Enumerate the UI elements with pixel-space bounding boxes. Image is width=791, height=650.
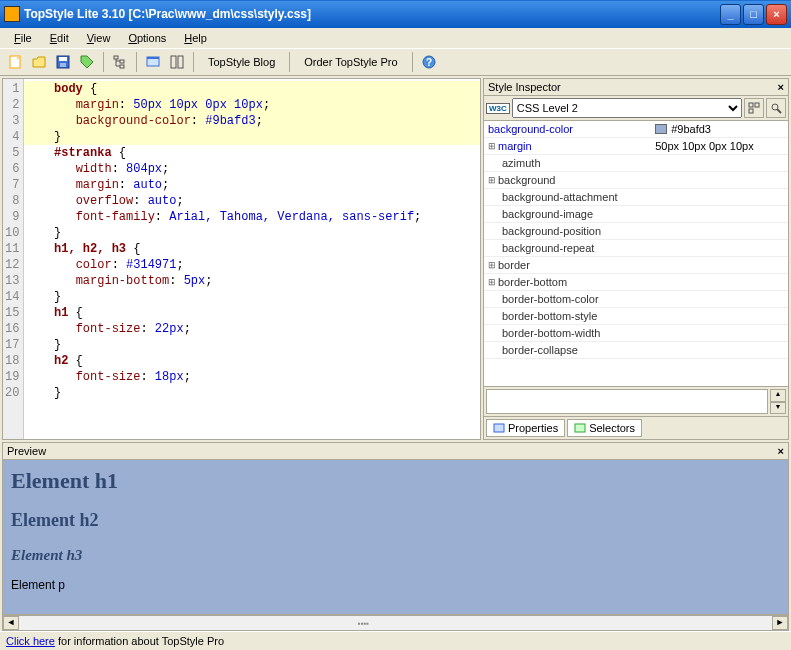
property-grid[interactable]: background-color#9bafd3margin50px 10px 0…: [483, 121, 789, 387]
property-row[interactable]: border-bottom-color: [484, 291, 788, 308]
code-line[interactable]: font-size: 18px;: [24, 369, 480, 385]
property-row[interactable]: border-bottom-style: [484, 308, 788, 325]
new-file-icon[interactable]: [4, 51, 26, 73]
tab-selectors[interactable]: Selectors: [567, 419, 642, 437]
property-row[interactable]: background-color#9bafd3: [484, 121, 788, 138]
inspector-header: Style Inspector ×: [483, 78, 789, 96]
svg-rect-15: [749, 103, 753, 107]
code-line[interactable]: #stranka {: [24, 145, 480, 161]
code-line[interactable]: margin: 50px 10px 0px 10px;: [24, 97, 480, 113]
tab-properties[interactable]: Properties: [486, 419, 565, 437]
code-line[interactable]: }: [24, 337, 480, 353]
code-line[interactable]: h2 {: [24, 353, 480, 369]
preview-header: Preview ×: [2, 442, 789, 460]
preview-title: Preview: [7, 445, 46, 457]
property-row[interactable]: background-repeat: [484, 240, 788, 257]
code-line[interactable]: }: [24, 385, 480, 401]
svg-rect-21: [575, 424, 585, 432]
spin-down-icon[interactable]: ▼: [770, 402, 786, 415]
property-row[interactable]: azimuth: [484, 155, 788, 172]
code-line[interactable]: color: #314971;: [24, 257, 480, 273]
svg-line-19: [777, 109, 781, 113]
preview-body[interactable]: Element h1 Element h2 Element h3 Element…: [2, 460, 789, 615]
property-row[interactable]: border-bottom-width: [484, 325, 788, 342]
code-line[interactable]: h1, h2, h3 {: [24, 241, 480, 257]
code-line[interactable]: }: [24, 129, 480, 145]
minimize-button[interactable]: _: [720, 4, 741, 25]
svg-text:?: ?: [426, 57, 432, 68]
tag-icon[interactable]: [76, 51, 98, 73]
property-row[interactable]: border: [484, 257, 788, 274]
value-input[interactable]: [486, 389, 768, 414]
svg-marker-5: [81, 56, 93, 68]
css-level-select[interactable]: CSS Level 2: [512, 98, 742, 118]
layout-icon[interactable]: [166, 51, 188, 73]
code-line[interactable]: width: 804px;: [24, 161, 480, 177]
property-row[interactable]: background-attachment: [484, 189, 788, 206]
svg-rect-10: [147, 57, 159, 59]
code-line[interactable]: font-family: Arial, Tahoma, Verdana, san…: [24, 209, 480, 225]
svg-rect-11: [171, 56, 176, 68]
svg-rect-17: [749, 109, 753, 113]
svg-rect-7: [120, 60, 124, 63]
scroll-right-icon[interactable]: ►: [772, 616, 788, 630]
preview-h3: Element h3: [11, 547, 780, 564]
preview-icon[interactable]: [142, 51, 164, 73]
property-row[interactable]: background: [484, 172, 788, 189]
inspector-close-icon[interactable]: ×: [778, 81, 784, 93]
line-gutter: 1234567891011121314151617181920: [3, 79, 24, 439]
property-row[interactable]: border-collapse: [484, 342, 788, 359]
save-icon[interactable]: [52, 51, 74, 73]
code-line[interactable]: font-size: 22px;: [24, 321, 480, 337]
svg-rect-12: [178, 56, 183, 68]
property-row[interactable]: background-image: [484, 206, 788, 223]
help-icon[interactable]: ?: [418, 51, 440, 73]
w3c-icon: W3C: [486, 103, 510, 114]
open-file-icon[interactable]: [28, 51, 50, 73]
menu-edit[interactable]: Edit: [42, 30, 77, 46]
code-line[interactable]: }: [24, 289, 480, 305]
preview-p: Element p: [11, 578, 780, 592]
property-row[interactable]: background-position: [484, 223, 788, 240]
code-line[interactable]: margin-bottom: 5px;: [24, 273, 480, 289]
statusbar: Click here for information about TopStyl…: [0, 631, 791, 650]
property-row[interactable]: border-bottom: [484, 274, 788, 291]
app-icon: [4, 6, 20, 22]
property-row[interactable]: margin50px 10px 0px 10px: [484, 138, 788, 155]
svg-rect-16: [755, 103, 759, 107]
svg-rect-20: [494, 424, 504, 432]
menubar: File Edit View Options Help: [0, 28, 791, 48]
editor-pane[interactable]: 1234567891011121314151617181920 body { m…: [2, 78, 481, 440]
horizontal-scrollbar[interactable]: ◄ ▪▪▪▪ ►: [2, 615, 789, 631]
status-link[interactable]: Click here: [6, 635, 55, 647]
menu-options[interactable]: Options: [120, 30, 174, 46]
categorize-icon[interactable]: [744, 98, 764, 118]
code-line[interactable]: }: [24, 225, 480, 241]
svg-rect-4: [60, 63, 66, 67]
inspector-title: Style Inspector: [488, 81, 561, 93]
code-line[interactable]: h1 {: [24, 305, 480, 321]
code-line[interactable]: background-color: #9bafd3;: [24, 113, 480, 129]
spin-up-icon[interactable]: ▲: [770, 389, 786, 402]
svg-rect-6: [114, 56, 118, 59]
code-line[interactable]: overflow: auto;: [24, 193, 480, 209]
topstyle-blog-button[interactable]: TopStyle Blog: [199, 52, 284, 72]
code-line[interactable]: body {: [24, 81, 480, 97]
svg-rect-8: [120, 65, 124, 68]
menu-view[interactable]: View: [79, 30, 119, 46]
menu-help[interactable]: Help: [176, 30, 215, 46]
code-area[interactable]: body { margin: 50px 10px 0px 10px; backg…: [24, 79, 480, 439]
toolbar: TopStyle Blog Order TopStyle Pro ?: [0, 48, 791, 76]
tree-icon[interactable]: [109, 51, 131, 73]
order-pro-button[interactable]: Order TopStyle Pro: [295, 52, 406, 72]
preview-close-icon[interactable]: ×: [778, 445, 784, 457]
window-title: TopStyle Lite 3.10 [C:\Prac\www_dm\css\s…: [24, 7, 720, 21]
preview-h2: Element h2: [11, 510, 780, 531]
search-icon[interactable]: [766, 98, 786, 118]
menu-file[interactable]: File: [6, 30, 40, 46]
close-button[interactable]: ×: [766, 4, 787, 25]
maximize-button[interactable]: □: [743, 4, 764, 25]
scroll-left-icon[interactable]: ◄: [3, 616, 19, 630]
code-line[interactable]: margin: auto;: [24, 177, 480, 193]
preview-h1: Element h1: [11, 468, 780, 494]
